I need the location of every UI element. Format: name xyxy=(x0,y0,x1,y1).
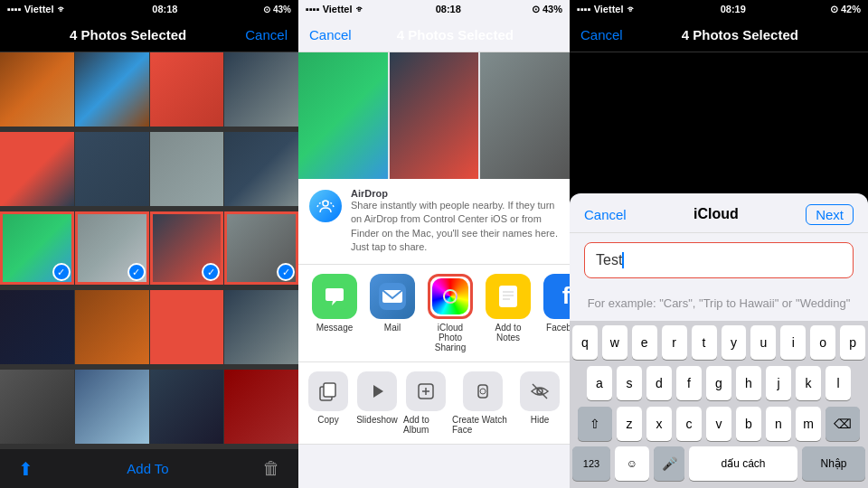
keyboard-row-3: ⇧ z x c v b n m ⌫ xyxy=(570,402,868,443)
key-o[interactable]: o xyxy=(810,325,835,360)
photo-cell[interactable] xyxy=(0,290,74,364)
key-h[interactable]: h xyxy=(736,366,761,400)
key-v[interactable]: v xyxy=(706,407,731,441)
key-s[interactable]: s xyxy=(617,366,642,400)
key-n[interactable]: n xyxy=(766,407,791,441)
panel2-cancel[interactable]: Cancel xyxy=(309,27,352,42)
key-return[interactable]: Nhập xyxy=(802,446,865,481)
photo-cell[interactable] xyxy=(150,290,224,364)
icloud-hint-text: For example: "Cars", "Trip to Hawaii" or… xyxy=(570,287,868,322)
key-e[interactable]: e xyxy=(632,325,657,360)
key-x[interactable]: x xyxy=(646,407,672,441)
share-app-icloud[interactable]: iCloud Photo Sharing xyxy=(425,274,476,352)
photo-cell[interactable] xyxy=(150,370,224,444)
key-r[interactable]: r xyxy=(662,325,687,360)
key-u[interactable]: u xyxy=(750,325,776,360)
svg-rect-9 xyxy=(324,383,335,397)
key-k[interactable]: k xyxy=(796,366,821,400)
airdrop-title: AirDrop xyxy=(351,188,388,199)
action-copy[interactable]: Copy xyxy=(306,371,351,435)
keyboard-row-1: q w e r t y u i o p xyxy=(570,321,868,361)
icloud-modal: Cancel iCloud Next Test For example: "Ca… xyxy=(570,193,868,489)
icloud-photos-icon xyxy=(428,274,473,319)
key-p[interactable]: p xyxy=(840,325,865,360)
airdrop-text-area: AirDrop Share instantly with people near… xyxy=(351,188,559,255)
key-g[interactable]: g xyxy=(706,366,731,400)
photo-cell[interactable] xyxy=(75,132,149,206)
panel1-photos: ▪▪▪▪ Viettel ᯤ 08:18 ⊙ 43% 4 Photos Sele… xyxy=(0,0,298,488)
photo-cell[interactable] xyxy=(0,52,74,127)
key-shift[interactable]: ⇧ xyxy=(578,407,612,441)
key-j[interactable]: j xyxy=(766,366,791,400)
add-to-button[interactable]: Add To xyxy=(127,461,168,476)
carrier-2: ▪▪▪▪ Viettel ᯤ xyxy=(306,4,365,14)
modal-cancel-btn[interactable]: Cancel xyxy=(584,207,627,222)
key-a[interactable]: a xyxy=(587,366,612,400)
facebook-icon: f xyxy=(543,274,570,319)
add-album-label: Add to Album xyxy=(403,415,448,435)
check-icon: ✓ xyxy=(52,263,71,281)
key-spacebar[interactable]: dấu cách xyxy=(689,446,797,481)
status-bar-3: ▪▪▪▪ Viettel ᯤ 08:19 ⊙ 42% xyxy=(570,0,868,18)
photo-cell[interactable] xyxy=(224,52,298,127)
key-d[interactable]: d xyxy=(646,366,672,400)
photo-cell[interactable] xyxy=(150,52,224,127)
icloud-album-name-input[interactable]: Test xyxy=(584,242,854,278)
text-cursor xyxy=(622,252,624,268)
time-2: 08:18 xyxy=(436,4,461,14)
photo-cell-selected[interactable]: ✓ xyxy=(75,211,149,286)
share-icon[interactable]: ⬆ xyxy=(18,458,33,480)
photo-cell-selected[interactable]: ✓ xyxy=(0,211,74,286)
key-b[interactable]: b xyxy=(736,407,761,441)
photo-cell-selected[interactable]: ✓ xyxy=(224,211,298,286)
modal-next-btn[interactable]: Next xyxy=(806,204,854,225)
action-add-album[interactable]: Add to Album xyxy=(403,371,448,435)
key-delete[interactable]: ⌫ xyxy=(826,407,860,441)
photo-cell[interactable] xyxy=(224,370,298,444)
share-app-fb[interactable]: f Facebook xyxy=(541,274,570,352)
photo-cell[interactable] xyxy=(224,290,298,364)
share-apps-row: Message Mail iCloud Photo Sharing Add to… xyxy=(298,265,570,362)
key-numbers[interactable]: 123 xyxy=(572,446,610,481)
action-slideshow[interactable]: Slideshow xyxy=(354,371,400,435)
icloud-label: iCloud Photo Sharing xyxy=(425,323,476,352)
panel1-footer: ⬆ Add To 🗑 xyxy=(0,448,298,488)
svg-point-15 xyxy=(480,389,486,394)
key-l[interactable]: l xyxy=(826,366,851,400)
key-t[interactable]: t xyxy=(692,325,717,360)
key-z[interactable]: z xyxy=(617,407,642,441)
photo-cell[interactable] xyxy=(75,52,149,127)
share-actions-row: Copy Slideshow Add to Album Create Watch… xyxy=(298,362,570,445)
key-i[interactable]: i xyxy=(780,325,806,360)
panel3-cancel[interactable]: Cancel xyxy=(580,27,623,42)
hide-label: Hide xyxy=(531,415,550,425)
share-app-mail[interactable]: Mail xyxy=(367,274,418,352)
key-q[interactable]: q xyxy=(572,325,598,360)
mail-label: Mail xyxy=(384,323,401,333)
panel1-cancel[interactable]: Cancel xyxy=(245,27,288,42)
key-f[interactable]: f xyxy=(676,366,702,400)
key-emoji[interactable]: ☺ xyxy=(615,446,649,481)
key-c[interactable]: c xyxy=(676,407,702,441)
photo-grid: ✓ ✓ ✓ ✓ xyxy=(0,52,298,448)
photo-cell[interactable] xyxy=(75,290,149,364)
action-hide[interactable]: Hide xyxy=(517,371,562,435)
action-watch[interactable]: Create Watch Face xyxy=(452,371,514,435)
photo-cell[interactable] xyxy=(224,132,298,206)
photo-cell[interactable] xyxy=(150,132,224,206)
airdrop-icon xyxy=(309,190,342,222)
key-w[interactable]: w xyxy=(602,325,627,360)
photo-cell[interactable] xyxy=(75,370,149,444)
photo-cell[interactable] xyxy=(0,370,74,444)
photo-preview-area xyxy=(298,52,570,179)
photo-cell[interactable] xyxy=(0,132,74,206)
trash-icon[interactable]: 🗑 xyxy=(262,458,280,479)
key-y[interactable]: y xyxy=(722,325,747,360)
share-app-message[interactable]: Message xyxy=(309,274,360,352)
panel3-icloud: ▪▪▪▪ Viettel ᯤ 08:19 ⊙ 42% Cancel 4 Phot… xyxy=(570,0,868,488)
photo-cell-selected[interactable]: ✓ xyxy=(150,211,224,286)
share-app-notes[interactable]: Add to Notes xyxy=(483,274,533,352)
battery-3: ⊙ 42% xyxy=(830,4,861,15)
key-mic[interactable]: 🎤 xyxy=(654,446,684,481)
key-m[interactable]: m xyxy=(796,407,821,441)
